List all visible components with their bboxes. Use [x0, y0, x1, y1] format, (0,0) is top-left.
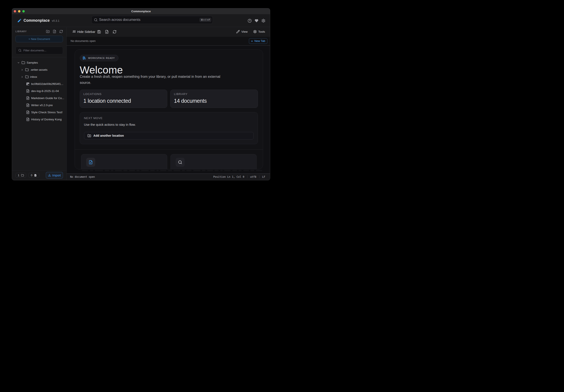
library-sidebar: LIBRARY + New Document Filter documents.…: [12, 27, 67, 180]
welcome-section: WORKSPACE READY Welcome Create a fresh d…: [75, 50, 263, 144]
welcome-panel: WORKSPACE READY Welcome Create a fresh d…: [75, 49, 263, 169]
file-plus-tile: [86, 158, 95, 167]
next-move-label: NEXT MOVE: [84, 116, 254, 120]
status-right: Position Ln 1, Col 0 utf8 LF: [213, 175, 265, 178]
search-tile: [176, 158, 185, 167]
tree-item-label: Markdown Guide for Co...: [31, 97, 64, 100]
gear-icon: [253, 30, 257, 33]
tree-item-document[interactable]: dev-log-8-2025-11-04: [12, 87, 66, 95]
document-count-value: 0: [31, 174, 32, 177]
stats-grid: LOCATIONS 1 location connected LIBRARY 1…: [80, 90, 258, 108]
tree-item-label: History of Donkey Kong: [31, 118, 62, 121]
workspace-ready-badge: WORKSPACE READY: [80, 55, 118, 61]
tools-label: Tools: [258, 30, 265, 33]
new-document-button[interactable]: + New Document: [15, 36, 63, 42]
filter-documents-input[interactable]: Filter documents...: [15, 47, 63, 54]
new-file-icon[interactable]: [53, 30, 56, 33]
status-left: No document open: [70, 175, 95, 178]
folder-plus-icon: [87, 134, 91, 138]
tree-item-folder[interactable]: inbox: [12, 73, 66, 80]
folder-icon: [21, 174, 24, 177]
chevron-right-icon[interactable]: [21, 69, 23, 71]
window-title: Commonplace: [131, 10, 151, 13]
chevron-right-icon[interactable]: [21, 76, 23, 78]
status-bar: No document open Position Ln 1, Col 0 ut…: [67, 173, 270, 180]
zoom-window-button[interactable]: [22, 10, 25, 13]
import-label: Import: [52, 174, 61, 177]
plus-icon: +: [251, 39, 253, 43]
folder-count-badge: 1: [15, 173, 26, 178]
library-section-label: LIBRARY: [15, 30, 27, 33]
new-tab-button[interactable]: + New Tab: [249, 38, 267, 44]
tools-button[interactable]: Tools: [253, 30, 265, 33]
tree-item-label: Samples: [27, 61, 38, 64]
document-tree: Samples .writer-assets inbox bc0fb832de0…: [12, 57, 66, 170]
tree-item-document[interactable]: History of Donkey Kong: [12, 116, 66, 123]
search-icon: [94, 18, 98, 22]
library-stat-card: LIBRARY 14 documents: [170, 90, 258, 108]
document-icon: [34, 174, 37, 177]
tree-item-label: dev-log-8-2025-11-04: [31, 89, 59, 93]
add-location-button[interactable]: Add another location: [84, 132, 254, 140]
status-divider: [247, 175, 247, 178]
status-divider: [259, 175, 259, 178]
heart-icon[interactable]: [254, 19, 259, 23]
refresh-icon[interactable]: [113, 30, 116, 34]
file-text-icon: [26, 118, 30, 121]
download-icon: [48, 174, 51, 177]
tree-item-label: bc0fb832de00b2f654f1...: [31, 82, 63, 85]
new-file-icon[interactable]: [105, 30, 109, 34]
view-button[interactable]: View: [236, 30, 248, 33]
app-window: Commonplace Commonplace v0.3.1 Search ac…: [12, 8, 270, 180]
next-move-text: Use the quick actions to stay in flow.: [84, 122, 254, 127]
close-window-button[interactable]: [14, 10, 16, 13]
folder-icon: [22, 61, 25, 64]
tree-item-document[interactable]: Style Check Stress Test!: [12, 109, 66, 116]
file-plus-icon: [88, 160, 93, 164]
locations-stat-card: LOCATIONS 1 location connected: [80, 90, 167, 108]
minimize-window-button[interactable]: [18, 10, 21, 13]
new-document-card[interactable]: [81, 154, 167, 169]
app-brand: Commonplace v0.3.1: [17, 18, 59, 23]
quick-actions-section: [75, 150, 263, 169]
welcome-description: Create a fresh draft, reopen something f…: [80, 74, 228, 85]
main-area: Hide Sidebar View Tools: [67, 27, 270, 180]
folder-icon: [25, 75, 29, 79]
tree-item-document[interactable]: Writer v0.2.0-pre: [12, 102, 66, 109]
refresh-library-icon[interactable]: [59, 30, 63, 33]
editor-toolbar: Hide Sidebar View Tools: [67, 27, 270, 37]
save-icon[interactable]: [97, 30, 101, 34]
eol-value: LF: [262, 175, 265, 178]
tree-item-folder[interactable]: .writer-assets: [12, 66, 66, 73]
import-button[interactable]: Import: [46, 172, 63, 179]
pencil-logo-icon: [17, 18, 22, 23]
help-icon[interactable]: [248, 19, 252, 23]
global-search-input[interactable]: Search across documents ⌘+⇧+F: [91, 16, 213, 24]
library-icon: [83, 56, 86, 60]
sidebar-footer: 1 0 Import: [12, 170, 66, 180]
app-header: Commonplace v0.3.1 Search across documen…: [12, 14, 270, 27]
settings-gear-icon[interactable]: [261, 19, 266, 23]
app-version: v0.3.1: [52, 19, 59, 22]
hide-sidebar-button[interactable]: Hide Sidebar: [72, 30, 95, 33]
tree-item-folder[interactable]: Samples: [12, 59, 66, 66]
new-folder-icon[interactable]: [46, 30, 50, 33]
no-documents-label: No documents open: [71, 39, 96, 42]
file-text-icon: [26, 103, 30, 107]
tree-item-image[interactable]: bc0fb832de00b2f654f1...: [12, 80, 66, 87]
tree-item-label: Writer v0.2.0-pre: [31, 104, 53, 107]
chevron-down-icon[interactable]: [17, 61, 20, 64]
toolbar-right-actions: View Tools: [236, 30, 265, 33]
header-actions: [247, 14, 266, 27]
tree-item-label: Style Check Stress Test!: [31, 111, 63, 114]
window-titlebar[interactable]: Commonplace: [12, 8, 270, 14]
tree-item-document[interactable]: Markdown Guide for Co...: [12, 95, 66, 102]
folder-icon: [25, 68, 29, 71]
filter-placeholder: Filter documents...: [23, 49, 46, 52]
traffic-lights: [14, 10, 25, 13]
search-card[interactable]: [170, 154, 257, 169]
position-label: Position: [213, 175, 226, 178]
hide-sidebar-label: Hide Sidebar: [77, 30, 95, 33]
welcome-view: WORKSPACE READY Welcome Create a fresh d…: [67, 46, 270, 173]
app-name: Commonplace: [24, 18, 50, 23]
